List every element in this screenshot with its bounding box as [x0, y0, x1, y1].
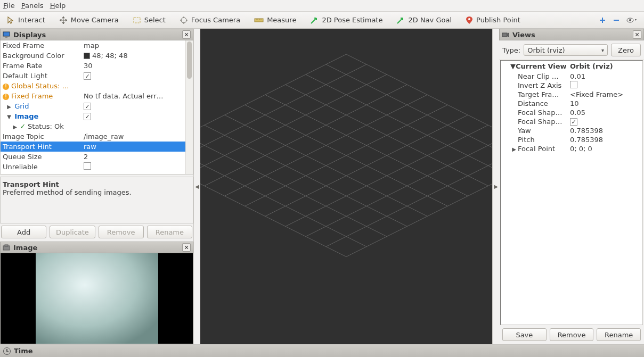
displays-panel-header[interactable]: Displays ✕: [0, 29, 193, 40]
prop-pitch[interactable]: Pitch: [501, 136, 569, 144]
prop-target-frame[interactable]: Target Fra…: [501, 90, 569, 98]
expander-icon[interactable]: ▶: [6, 104, 12, 110]
tool-focus-camera[interactable]: Focus Camera: [176, 14, 243, 26]
checkbox-image[interactable]: ✓: [84, 113, 91, 120]
rename-button[interactable]: Rename: [147, 226, 192, 238]
crosshair-icon: [180, 16, 188, 24]
tool-nav-label: 2D Nav Goal: [408, 16, 452, 24]
image-view[interactable]: [0, 253, 193, 344]
camera-icon: [502, 31, 509, 38]
zero-button[interactable]: Zero: [611, 44, 641, 56]
chevron-right-icon: ▶: [494, 184, 498, 189]
move-icon: [59, 16, 68, 24]
menu-panels[interactable]: Panels: [21, 2, 44, 10]
remove-button[interactable]: Remove: [99, 226, 144, 238]
tool-measure-label: Measure: [267, 16, 296, 24]
prop-transport-hint-row[interactable]: Transport Hintraw: [1, 142, 193, 152]
prop-focal-shape-fixed[interactable]: Focal Shap…: [501, 118, 569, 126]
tool-interact[interactable]: Interact: [3, 14, 48, 26]
checkbox-invert-z[interactable]: [570, 81, 577, 88]
add-button[interactable]: Add: [1, 226, 46, 238]
description-title: Transport Hint: [3, 180, 191, 188]
expander-icon[interactable]: ▼: [6, 114, 12, 120]
menubar: File Panels Help: [0, 0, 644, 12]
close-icon[interactable]: ✕: [182, 30, 191, 39]
duplicate-button[interactable]: Duplicate: [50, 226, 95, 238]
prop-bg-value[interactable]: 48; 48; 48: [83, 52, 192, 60]
prop-queue-size-value[interactable]: 2: [83, 153, 192, 161]
scrollbar[interactable]: [185, 40, 193, 174]
splitter-left[interactable]: ◀: [194, 29, 200, 344]
views-panel-header[interactable]: Views ✕: [499, 29, 644, 40]
tool-select[interactable]: Select: [129, 14, 169, 26]
grid-icon: [200, 38, 492, 336]
splitter-right[interactable]: ▶: [493, 29, 499, 344]
scrollbar-thumb[interactable]: [187, 41, 192, 79]
prop-frame-rate[interactable]: Frame Rate: [2, 62, 83, 70]
tool-publish-point[interactable]: Publish Point: [462, 14, 524, 26]
prop-focal-shape-size[interactable]: Focal Shap…: [501, 109, 569, 117]
prop-image-topic[interactable]: Image Topic: [2, 132, 83, 140]
prop-fixed-frame-value[interactable]: map: [83, 41, 192, 49]
menu-help[interactable]: Help: [50, 2, 66, 10]
prop-queue-size[interactable]: Queue Size: [2, 153, 83, 161]
svg-rect-6: [3, 32, 10, 36]
tool-publish-label: Publish Point: [476, 16, 520, 24]
close-icon[interactable]: ✕: [633, 30, 641, 39]
minus-icon[interactable]: [612, 16, 621, 24]
select-icon: [133, 16, 141, 24]
plus-icon[interactable]: [598, 16, 607, 24]
checkbox-focal-shape[interactable]: ✓: [570, 118, 577, 126]
arrow-green-icon: [310, 16, 319, 24]
view-type-combo[interactable]: Orbit (rviz) ▾: [524, 44, 608, 56]
time-title: Time: [14, 347, 33, 355]
camera-image: [36, 253, 158, 344]
tool-move-camera[interactable]: Move Camera: [56, 14, 122, 26]
prop-distance[interactable]: Distance: [501, 99, 569, 107]
tool-select-label: Select: [144, 16, 166, 24]
close-icon[interactable]: ✕: [182, 243, 191, 252]
prop-invert-z[interactable]: Invert Z Axis: [501, 81, 569, 89]
views-rename-button[interactable]: Rename: [597, 328, 641, 341]
prop-frame-rate-value[interactable]: 30: [83, 62, 192, 70]
status-fixed-frame[interactable]: !Fixed Frame: [2, 92, 83, 100]
global-status[interactable]: !Global Status: …: [2, 82, 83, 90]
left-column: Displays ✕ Fixed Framemap Background Col…: [0, 29, 194, 344]
views-tree[interactable]: ▼Current View Orbit (rviz) Near Clip …0.…: [500, 60, 643, 325]
save-button[interactable]: Save: [502, 328, 547, 341]
status-ok[interactable]: ▶ ✓Status: Ok: [2, 122, 83, 130]
displays-tree[interactable]: Fixed Framemap Background Color48; 48; 4…: [0, 40, 193, 175]
3d-view[interactable]: [200, 29, 493, 344]
prop-near-clip[interactable]: Near Clip …: [501, 72, 569, 80]
prop-focal-point[interactable]: ▶Focal Point: [501, 145, 569, 153]
checkbox-default-light[interactable]: ✓: [84, 72, 91, 80]
prop-fixed-frame[interactable]: Fixed Frame: [2, 41, 83, 49]
prop-unreliable[interactable]: Unreliable: [2, 163, 83, 171]
expander-icon[interactable]: ▼: [510, 62, 516, 70]
current-view-row[interactable]: ▼Current View Orbit (rviz): [501, 61, 642, 72]
tool-2d-nav[interactable]: 2D Nav Goal: [393, 14, 455, 26]
prop-image-topic-value[interactable]: /image_raw: [83, 132, 192, 140]
display-grid[interactable]: ▶ Grid: [2, 102, 83, 110]
checkbox-grid[interactable]: ✓: [84, 103, 91, 110]
prop-transport-hint-value[interactable]: raw: [83, 143, 192, 151]
views-remove-button[interactable]: Remove: [550, 328, 594, 341]
expander-icon[interactable]: ▶: [511, 146, 517, 152]
display-image[interactable]: ▼ Image: [2, 112, 83, 120]
expander-icon[interactable]: ▶: [12, 124, 18, 130]
prop-yaw[interactable]: Yaw: [501, 127, 569, 135]
tool-measure[interactable]: Measure: [251, 14, 299, 26]
prop-bg-color[interactable]: Background Color: [2, 52, 83, 60]
svg-point-5: [629, 19, 631, 21]
image-panel-header[interactable]: Image ✕: [0, 242, 193, 253]
main: Displays ✕ Fixed Framemap Background Col…: [0, 29, 644, 344]
checkbox-unreliable[interactable]: [84, 162, 91, 170]
prop-transport-hint: Transport Hint: [2, 143, 83, 151]
time-panel-header[interactable]: Time: [0, 344, 644, 357]
tool-2d-pose[interactable]: 2D Pose Estimate: [307, 14, 386, 26]
prop-default-light[interactable]: Default Light: [2, 72, 83, 80]
eye-dropdown-icon[interactable]: [626, 16, 638, 24]
clock-icon: [3, 347, 11, 355]
menu-file[interactable]: File: [3, 2, 15, 10]
image-panel-title: Image: [13, 244, 179, 252]
